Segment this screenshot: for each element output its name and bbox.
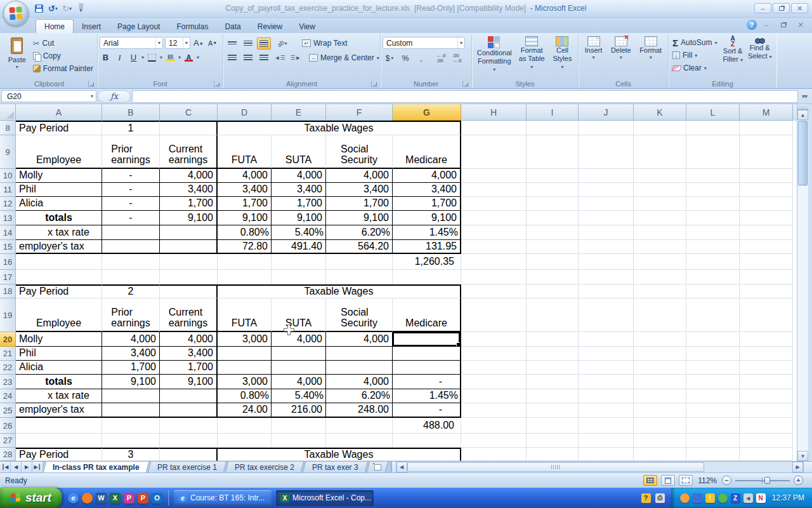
cell-E10[interactable]: 4,000 <box>272 169 326 183</box>
cell-H27[interactable] <box>461 434 527 448</box>
cell-B17[interactable] <box>102 270 160 284</box>
cell-M19[interactable] <box>740 298 793 332</box>
cell-F12[interactable]: 1,700 <box>326 197 393 211</box>
column-header-C[interactable]: C <box>160 104 218 121</box>
cell-E22[interactable] <box>272 361 326 375</box>
cell-F15[interactable]: 564.20 <box>326 240 393 254</box>
cell-I12[interactable] <box>527 197 579 211</box>
shrink-font-button[interactable]: A▼ <box>207 37 219 49</box>
column-header-F[interactable]: F <box>326 104 393 121</box>
cell-A15[interactable]: employer's tax <box>16 240 102 254</box>
cell-C20[interactable]: 4,000 <box>160 332 218 347</box>
cell-I22[interactable] <box>527 361 579 375</box>
cell-M20[interactable] <box>740 332 793 347</box>
cell-B9[interactable]: Prior earnings <box>102 135 160 169</box>
cell-H25[interactable] <box>461 403 527 418</box>
undo-button[interactable]: ↺▾ <box>47 3 59 15</box>
cell-J12[interactable] <box>579 197 634 211</box>
firefox-icon[interactable] <box>82 493 93 504</box>
cell-H20[interactable] <box>461 332 527 347</box>
cell-D11[interactable]: 3,400 <box>218 183 272 197</box>
cell-F24[interactable]: 6.20% <box>326 389 393 403</box>
cell-J15[interactable] <box>579 240 634 254</box>
zoom-in-button[interactable]: + <box>794 476 803 485</box>
cell-J14[interactable] <box>579 225 634 240</box>
cell-H15[interactable] <box>461 240 527 254</box>
row-header-27[interactable]: 27 <box>0 434 16 448</box>
currency-dropdown-arrow[interactable]: ▾ <box>391 55 393 61</box>
cell-K22[interactable] <box>634 361 686 375</box>
cell-I19[interactable] <box>527 298 579 332</box>
cell-E15[interactable]: 491.40 <box>272 240 326 254</box>
cell-G27[interactable] <box>393 434 461 448</box>
cell-A20[interactable]: Molly <box>16 332 102 347</box>
cell-J16[interactable] <box>579 254 634 270</box>
cell-H11[interactable] <box>461 183 527 197</box>
cell-B18[interactable]: 2 <box>102 284 160 298</box>
formula-input[interactable] <box>132 90 798 103</box>
cell-K18[interactable] <box>634 284 686 298</box>
insert-worksheet-tab[interactable] <box>366 462 388 472</box>
cell-C10[interactable]: 4,000 <box>160 169 218 183</box>
cell-L20[interactable] <box>686 332 740 347</box>
cell-A23[interactable]: totals <box>16 375 102 389</box>
cell-K26[interactable] <box>634 418 686 434</box>
cell-L22[interactable] <box>686 361 740 375</box>
powerpoint-icon[interactable]: P <box>138 493 148 504</box>
column-header-I[interactable]: I <box>527 104 579 121</box>
cell-D28[interactable]: Taxable Wages <box>218 448 461 461</box>
conditional-formatting-button[interactable]: Conditional Formatting ▾ <box>474 35 515 74</box>
cell-C18[interactable] <box>160 284 218 298</box>
number-format-select[interactable]: Custom▾ <box>383 37 465 49</box>
cell-H9[interactable] <box>461 135 527 169</box>
cell-I26[interactable] <box>527 418 579 434</box>
taskbar-window-browser[interactable]: eCourse: BT 165: Intr... <box>174 490 272 506</box>
cell-K9[interactable] <box>634 135 686 169</box>
cell-C19[interactable]: Current earnings <box>160 298 218 332</box>
cell-D9[interactable]: FUTA <box>218 135 272 169</box>
row-header-14[interactable]: 14 <box>0 225 16 240</box>
cell-I9[interactable] <box>527 135 579 169</box>
scroll-left-button[interactable]: ◀ <box>396 462 407 472</box>
cell-C23[interactable]: 9,100 <box>160 375 218 389</box>
app-blue-tray-icon[interactable] <box>693 493 702 503</box>
sort-filter-arrow[interactable]: ▾ <box>740 57 743 63</box>
workbook-close-button[interactable]: ✕ <box>793 20 808 29</box>
cell-K15[interactable] <box>634 240 686 254</box>
font-dialog-launcher[interactable] <box>214 81 220 87</box>
row-header-19[interactable]: 19 <box>0 298 16 332</box>
publisher-icon[interactable]: P <box>124 493 134 504</box>
row-header-24[interactable]: 24 <box>0 389 16 403</box>
cell-L9[interactable] <box>686 135 740 169</box>
cell-G11[interactable]: 3,400 <box>393 183 461 197</box>
cell-H21[interactable] <box>461 347 527 361</box>
cell-I25[interactable] <box>527 403 579 418</box>
cell-I21[interactable] <box>527 347 579 361</box>
cell-A8[interactable]: Pay Period <box>16 121 102 135</box>
cell-L26[interactable] <box>686 418 740 434</box>
cell-G14[interactable]: 1.45% <box>393 225 461 240</box>
cell-L25[interactable] <box>686 403 740 418</box>
cell-D12[interactable]: 1,700 <box>218 197 272 211</box>
cell-M28[interactable] <box>740 448 793 461</box>
cell-B16[interactable] <box>102 254 160 270</box>
cell-K19[interactable] <box>634 298 686 332</box>
cell-J18[interactable] <box>579 284 634 298</box>
tab-split-handle[interactable] <box>391 462 396 472</box>
cell-B15[interactable] <box>102 240 160 254</box>
cell-C9[interactable]: Current earnings <box>160 135 218 169</box>
office-button[interactable] <box>3 1 29 26</box>
cell-H22[interactable] <box>461 361 527 375</box>
cell-L23[interactable] <box>686 375 740 389</box>
cell-E11[interactable]: 3,400 <box>272 183 326 197</box>
cell-L19[interactable] <box>686 298 740 332</box>
cell-B19[interactable]: Prior earnings <box>102 298 160 332</box>
cell-C15[interactable] <box>160 240 218 254</box>
cell-M17[interactable] <box>740 270 793 284</box>
cell-L28[interactable] <box>686 448 740 461</box>
column-header-B[interactable]: B <box>102 104 160 121</box>
cell-L12[interactable] <box>686 197 740 211</box>
cell-G9[interactable]: Medicare <box>393 135 461 169</box>
number-format-dropdown-arrow[interactable]: ▾ <box>457 37 464 48</box>
cell-H18[interactable] <box>461 284 527 298</box>
